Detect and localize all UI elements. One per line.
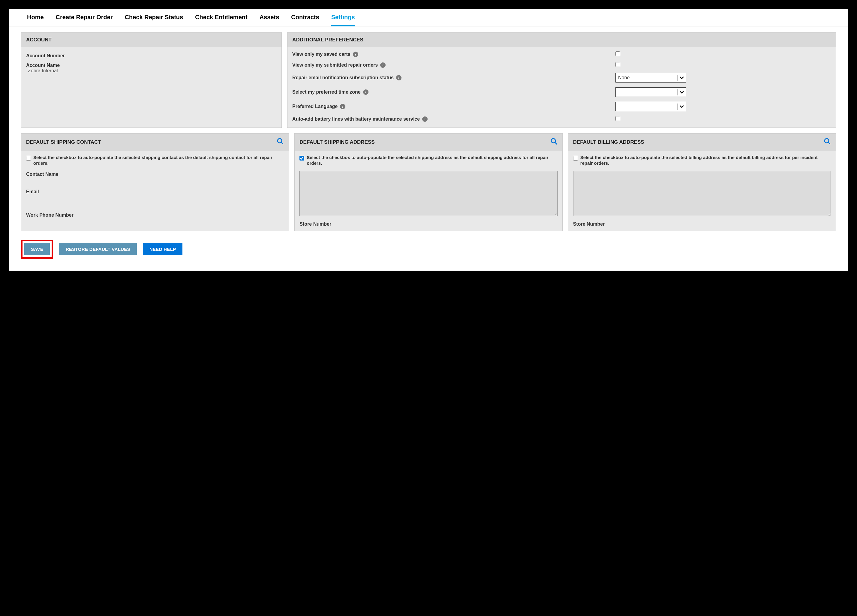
shipping-address-title: DEFAULT SHIPPING ADDRESS	[300, 139, 374, 145]
settings-page: Home Create Repair Order Check Repair St…	[9, 9, 848, 271]
shipping-address-panel: DEFAULT SHIPPING ADDRESS Select the chec…	[294, 133, 562, 231]
pref-submitted-orders-label: View only my submitted repair orders	[292, 62, 378, 68]
bottom-row: DEFAULT SHIPPING CONTACT Select the chec…	[21, 133, 836, 231]
pref-email-notif-label: Repair email notification subscription s…	[292, 75, 394, 80]
shipping-contact-auto-checkbox[interactable]	[26, 156, 31, 161]
restore-defaults-button[interactable]: RESTORE DEFAULT VALUES	[59, 243, 137, 255]
shipping-contact-desc: Select the checkbox to auto-populate the…	[33, 155, 284, 166]
svg-line-1	[281, 142, 283, 144]
nav-settings[interactable]: Settings	[331, 14, 355, 26]
pref-submitted-orders-row: View only my submitted repair orders i	[292, 62, 831, 68]
shipping-address-body: Select the checkbox to auto-populate the…	[295, 151, 562, 231]
info-icon[interactable]: i	[340, 104, 345, 109]
info-icon[interactable]: i	[422, 116, 428, 122]
pref-submitted-orders-checkbox[interactable]	[616, 62, 620, 67]
pref-saved-carts-checkbox[interactable]	[616, 51, 620, 56]
info-icon[interactable]: i	[396, 75, 402, 80]
contact-email-label: Email	[26, 189, 284, 194]
info-icon[interactable]: i	[363, 90, 368, 95]
shipping-contact-body: Select the checkbox to auto-populate the…	[21, 151, 289, 222]
shipping-address-header: DEFAULT SHIPPING ADDRESS	[295, 133, 562, 151]
billing-address-desc: Select the checkbox to auto-populate the…	[580, 155, 831, 166]
nav-contracts[interactable]: Contracts	[291, 14, 319, 23]
svg-line-3	[555, 142, 557, 144]
save-highlight-box: SAVE	[21, 240, 53, 258]
pref-email-notif-select[interactable]: None	[616, 73, 686, 82]
pref-battery-checkbox[interactable]	[616, 116, 620, 121]
pref-battery-row: Auto-add battery lines with battery main…	[292, 116, 831, 122]
pref-battery-label: Auto-add battery lines with battery main…	[292, 116, 420, 122]
account-name-label: Account Name	[26, 63, 277, 68]
shipping-address-auto-checkbox[interactable]	[300, 156, 304, 161]
pref-language-select[interactable]	[616, 102, 686, 111]
content-area: ACCOUNT Account Number Account Name Zebr…	[9, 26, 848, 234]
nav-check-entitlement[interactable]: Check Entitlement	[195, 14, 247, 23]
shipping-store-label: Store Number	[300, 221, 557, 227]
main-nav: Home Create Repair Order Check Repair St…	[9, 9, 848, 26]
button-row: SAVE RESTORE DEFAULT VALUES NEED HELP	[9, 234, 848, 262]
shipping-address-textarea[interactable]	[300, 171, 557, 216]
need-help-button[interactable]: NEED HELP	[143, 243, 183, 255]
pref-language-row: Preferred Language i	[292, 102, 831, 111]
preferences-title: ADDITIONAL PREFERENCES	[292, 37, 364, 43]
account-title: ACCOUNT	[26, 37, 52, 43]
account-body: Account Number Account Name Zebra Intern…	[21, 47, 282, 82]
account-number-label: Account Number	[26, 53, 277, 59]
billing-address-body: Select the checkbox to auto-populate the…	[568, 151, 836, 231]
contact-phone-label: Work Phone Number	[26, 212, 284, 218]
pref-saved-carts-row: View only my saved carts i	[292, 51, 831, 57]
pref-saved-carts-label: View only my saved carts	[292, 52, 351, 57]
billing-address-header: DEFAULT BILLING ADDRESS	[568, 133, 836, 151]
shipping-contact-panel: DEFAULT SHIPPING CONTACT Select the chec…	[21, 133, 289, 231]
billing-address-auto-checkbox[interactable]	[573, 156, 578, 161]
pref-email-notif-row: Repair email notification subscription s…	[292, 73, 831, 82]
preferences-header: ADDITIONAL PREFERENCES	[288, 33, 836, 47]
save-button[interactable]: SAVE	[24, 243, 50, 255]
billing-store-label: Store Number	[573, 221, 831, 227]
shipping-contact-title: DEFAULT SHIPPING CONTACT	[26, 139, 101, 145]
pref-email-notif-value: None	[616, 75, 678, 80]
chevron-down-icon	[678, 75, 686, 80]
svg-point-2	[551, 139, 555, 143]
search-icon[interactable]	[824, 138, 831, 146]
info-icon[interactable]: i	[353, 52, 358, 57]
preferences-body: View only my saved carts i View only my …	[288, 47, 836, 127]
nav-create-repair-order[interactable]: Create Repair Order	[56, 14, 113, 23]
contact-name-label: Contact Name	[26, 172, 284, 177]
shipping-contact-header: DEFAULT SHIPPING CONTACT	[21, 133, 289, 151]
chevron-down-icon	[678, 90, 686, 95]
shipping-address-desc: Select the checkbox to auto-populate the…	[307, 155, 557, 166]
chevron-down-icon	[678, 104, 686, 109]
pref-timezone-label: Select my preferred time zone	[292, 90, 361, 95]
search-icon[interactable]	[277, 138, 284, 146]
billing-address-title: DEFAULT BILLING ADDRESS	[573, 139, 644, 145]
account-header: ACCOUNT	[21, 33, 282, 47]
svg-line-5	[828, 142, 830, 144]
nav-home[interactable]: Home	[27, 14, 44, 23]
pref-language-label: Preferred Language	[292, 104, 337, 109]
account-panel: ACCOUNT Account Number Account Name Zebr…	[21, 33, 282, 128]
svg-point-4	[825, 139, 829, 143]
svg-point-0	[278, 139, 282, 143]
pref-timezone-select[interactable]	[616, 87, 686, 97]
pref-timezone-row: Select my preferred time zone i	[292, 87, 831, 97]
billing-address-textarea[interactable]	[573, 171, 831, 216]
top-row: ACCOUNT Account Number Account Name Zebr…	[21, 33, 836, 128]
nav-check-repair-status[interactable]: Check Repair Status	[125, 14, 183, 23]
search-icon[interactable]	[550, 138, 557, 146]
billing-address-panel: DEFAULT BILLING ADDRESS Select the check…	[568, 133, 836, 231]
info-icon[interactable]: i	[380, 62, 385, 68]
account-name-value: Zebra Internal	[28, 68, 277, 74]
nav-assets[interactable]: Assets	[260, 14, 279, 23]
preferences-panel: ADDITIONAL PREFERENCES View only my save…	[287, 33, 836, 128]
